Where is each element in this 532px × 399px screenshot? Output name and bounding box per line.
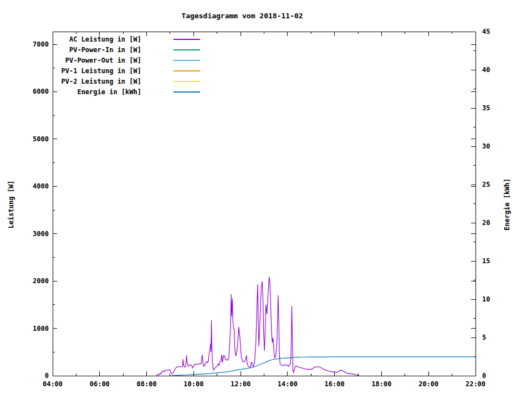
chart-page: { "title": "Tagesdiagramm vom 2018-11-02… (0, 0, 532, 399)
y-left-tick-label: 4000 (33, 182, 49, 190)
legend-label: PV-Power-In in [W] (69, 46, 141, 54)
x-tick-label: 12:00 (231, 380, 250, 388)
x-tick-label: 18:00 (371, 380, 391, 388)
x-tick-label: 16:00 (325, 380, 345, 388)
y-right-tick-label: 40 (482, 66, 490, 74)
legend: AC Leistung in [W]PV-Power-In in [W]PV-P… (62, 35, 201, 96)
y-right-tick-label: 10 (482, 295, 490, 303)
y-right-tick-label: 5 (482, 334, 486, 341)
y-left-tick-label: 5000 (33, 135, 49, 143)
y-right-tick-label: 25 (482, 181, 490, 188)
y-left-tick-label: 2000 (33, 277, 49, 285)
legend-label: PV-1 Leistung in [W] (62, 67, 142, 75)
x-tick-label: 14:00 (278, 380, 298, 388)
legend-label: AC Leistung in [W] (69, 35, 141, 43)
legend-label: PV-Power-Out in [W] (65, 57, 141, 64)
y-right-tick-label: 20 (482, 219, 490, 227)
legend-label: PV-2 Leistung in [W] (62, 78, 142, 85)
x-tick-label: 04:00 (43, 380, 63, 388)
x-tick-label: 10:00 (183, 380, 203, 388)
y-right-tick-label: 45 (482, 28, 490, 35)
y-left-tick-label: 0 (45, 372, 49, 380)
x-tick-label: 20:00 (418, 380, 438, 388)
y-left-tick-label: 7000 (33, 40, 49, 48)
x-tick-label: 22:00 (466, 380, 485, 388)
x-tick-label: 06:00 (90, 380, 110, 388)
y-left-tick-label: 3000 (33, 230, 49, 238)
y-right-tick-label: 35 (482, 104, 490, 112)
y-left-tick-label: 1000 (33, 325, 49, 332)
y-right-tick-label: 0 (482, 372, 486, 380)
series-ac-leistung-in-w (156, 277, 359, 376)
y-right-tick-label: 30 (482, 142, 490, 150)
chart-canvas: 04:0006:0008:0010:0012:0014:0016:0018:00… (0, 0, 532, 399)
x-tick-label: 08:00 (136, 380, 156, 388)
y-left-tick-label: 6000 (33, 88, 49, 95)
y-right-tick-label: 15 (482, 257, 490, 265)
legend-label: Energie in [kWh] (77, 88, 141, 96)
